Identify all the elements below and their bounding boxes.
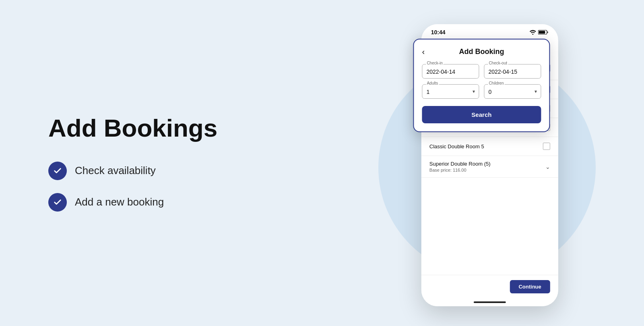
back-button[interactable]: ‹ [422,47,425,56]
adults-field: Adults 1 2 3 4 ▾ [422,84,479,99]
dialog-header: ‹ Add Booking [422,48,541,56]
feature-item-2: Add a new booking [48,193,298,212]
date-row: Check-in Check-out [422,64,541,79]
wifi-icon [530,30,536,35]
expandable-room-name: Superior Double Room (5) [429,161,491,167]
checkout-field: Check-out [484,64,541,79]
children-field: Children 0 1 2 3 ▾ [484,84,541,99]
checkin-label: Check-in [426,61,443,65]
page-title: Add Bookings [48,114,298,142]
expandable-room-subtext: Base price: 116.00 [429,168,491,172]
children-select[interactable]: 0 1 2 3 [484,84,541,99]
search-button[interactable]: Search [422,106,541,123]
adults-select[interactable]: 1 2 3 4 [422,84,479,99]
checkin-input[interactable] [422,64,479,79]
checkout-input[interactable] [484,64,541,79]
dialog-title: Add Booking [422,48,541,56]
phone-home-bar [421,298,558,306]
dialog-card: ‹ Add Booking Check-in Check-out Adults … [413,39,550,132]
status-icons [530,30,549,35]
check-icon-2 [48,193,67,212]
chevron-down-icon: ⌄ [545,164,550,170]
right-section: 10:44 Classic Double Room 1 Lorem ipsum … [330,0,644,326]
room-list-item[interactable]: Classic Double Room 5 [421,137,558,156]
feature-item-1: Check availability [48,162,298,180]
svg-point-0 [532,34,533,35]
feature-text-1: Check availability [75,164,156,177]
battery-icon [538,30,549,35]
check-icon-1 [48,162,67,180]
expandable-room-item[interactable]: Superior Double Room (5) Base price: 116… [421,156,558,178]
adults-label: Adults [426,81,439,85]
status-bar: 10:44 [421,24,558,39]
checkbox-unchecked[interactable] [543,143,550,150]
feature-list: Check availability Add a new booking [48,162,298,212]
svg-rect-2 [539,31,545,34]
home-bar-line [474,301,506,303]
room-name: Classic Double Room 5 [429,143,484,150]
checkout-label: Check-out [488,61,508,65]
left-section: Add Bookings Check availability Add a ne… [0,82,330,243]
continue-button[interactable]: Continue [510,280,550,293]
phone-footer: Continue [421,275,558,298]
expandable-room-info: Superior Double Room (5) Base price: 116… [429,161,491,172]
checkin-field: Check-in [422,64,479,79]
status-time: 10:44 [431,29,446,35]
guests-row: Adults 1 2 3 4 ▾ Children 0 1 2 3 ▾ [422,84,541,99]
feature-text-2: Add a new booking [75,196,164,208]
children-label: Children [488,81,504,85]
